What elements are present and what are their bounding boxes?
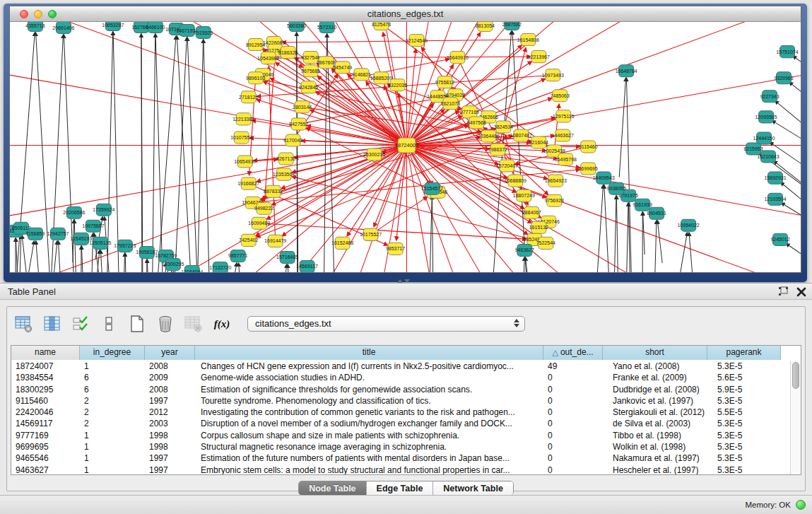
column-header-in_degree[interactable]: in_degree <box>80 346 145 360</box>
graph-node[interactable]: 8878332 <box>264 185 283 197</box>
delete-column-icon[interactable] <box>155 314 175 334</box>
table-cell[interactable]: 5.3E-5 <box>707 361 781 372</box>
graph-node[interactable]: 12975115 <box>553 110 575 122</box>
graph-node[interactable]: 8454749 <box>333 62 352 74</box>
graph-node[interactable]: 9777169 <box>460 106 479 118</box>
function-builder-icon[interactable]: f(x) <box>212 314 232 334</box>
graph-node[interactable]: 9245012 <box>770 233 789 245</box>
table-cell[interactable]: Embryonic stem cells: a model to study s… <box>195 465 543 475</box>
table-cell[interactable]: 0 <box>543 384 603 395</box>
table-cell[interactable]: 5.3E-5 <box>707 465 781 475</box>
graph-node[interactable]: 8186328 <box>278 47 298 59</box>
graph-node[interactable]: 12213967 <box>528 51 550 63</box>
graph-node[interactable]: 4355718 <box>25 22 45 32</box>
table-cell[interactable]: 0 <box>543 452 603 464</box>
table-row[interactable]: 946362711997Embryonic stem cells: a mode… <box>11 465 790 475</box>
table-cell[interactable]: 9777169 <box>11 430 80 441</box>
table-row[interactable]: 1830029562008Estimation of significance … <box>11 384 790 395</box>
show-columns-icon[interactable] <box>42 314 62 334</box>
graph-node[interactable]: 2884067 <box>522 206 541 218</box>
graph-node[interactable]: 10973493 <box>542 69 564 81</box>
table-row[interactable]: 977716911998Corpus callosum shape and si… <box>11 430 790 441</box>
network-canvas[interactable]: 8912954142260839127508818632810543982932… <box>10 22 801 272</box>
table-cell[interactable]: 1998 <box>145 441 195 452</box>
graph-node[interactable]: 12103504 <box>764 193 786 205</box>
table-cell[interactable]: 2 <box>80 395 145 407</box>
table-cell[interactable]: Corpus callosum shape and size in male p… <box>195 430 543 441</box>
table-cell[interactable]: Structural magnetic resonance image aver… <box>195 441 543 452</box>
row-check-icon[interactable] <box>71 314 90 334</box>
table-cell[interactable]: 2 <box>80 418 145 429</box>
graph-node[interactable]: 9329966 <box>774 72 793 84</box>
table-cell[interactable]: 1 <box>80 441 145 452</box>
table-cell[interactable]: Genome-wide association studies in ADHD. <box>195 372 543 383</box>
table-selector-dropdown[interactable]: citations_edges.txt <box>247 316 525 332</box>
graph-node[interactable]: 8322035 <box>388 79 407 91</box>
table-cell[interactable]: de Silva et al. (2003) <box>603 418 707 429</box>
column-header-title[interactable]: title <box>195 346 543 360</box>
table-cell[interactable]: 5.6E-5 <box>707 372 781 383</box>
window-titlebar[interactable]: citations_edges.txt <box>10 6 801 22</box>
graph-node[interactable]: 10975887 <box>82 220 104 232</box>
table-cell[interactable]: 2012 <box>145 407 195 418</box>
graph-node[interactable]: 2718126 <box>239 91 258 103</box>
table-cell[interactable]: 49 <box>543 361 603 372</box>
graph-node[interactable]: 9498222 <box>254 202 273 214</box>
graph-node[interactable]: 9756928 <box>545 194 564 206</box>
table-cell[interactable]: 0 <box>543 372 603 383</box>
graph-node[interactable]: 8267130 <box>276 153 295 165</box>
table-cell[interactable]: Nakamura et al. (1997) <box>603 452 707 464</box>
graph-node[interactable]: 7515525 <box>194 27 213 39</box>
graph-node[interactable]: 7522544 <box>536 237 555 249</box>
table-cell[interactable]: Disruption of a novel member of a sodium… <box>195 418 543 429</box>
table-cell[interactable]: 9115460 <box>11 395 80 407</box>
graph-node[interactable]: 7485063 <box>551 90 570 102</box>
graph-node[interactable]: 12093585 <box>755 111 777 123</box>
table-cell[interactable]: 5.3E-5 <box>707 418 781 429</box>
graph-node[interactable]: 9699695 <box>579 163 598 175</box>
graph-node[interactable]: 9242845 <box>299 81 318 93</box>
graph-node[interactable]: 9463627 <box>515 244 534 256</box>
table-cell[interactable]: 0 <box>543 465 603 475</box>
tab-node-table[interactable]: Node Table <box>299 481 366 495</box>
table-cell[interactable]: Franke et al. (2009) <box>603 372 707 383</box>
table-vertical-scrollbar[interactable] <box>790 361 801 474</box>
table-cell[interactable]: 0 <box>543 395 603 407</box>
graph-node[interactable]: 19166827 <box>237 177 259 189</box>
graph-node[interactable]: 6497568 <box>467 117 486 129</box>
table-cell[interactable]: 0 <box>543 430 603 441</box>
table-cell[interactable]: 2008 <box>145 384 195 395</box>
table-cell[interactable]: Wolkin et al. (1998) <box>603 441 707 452</box>
table-cell[interactable]: 19384554 <box>11 372 80 383</box>
table-cell[interactable]: 9463627 <box>11 465 80 475</box>
table-cell[interactable]: 5.3E-5 <box>707 395 781 407</box>
table-cell[interactable]: Yano et al. (2008) <box>603 361 707 372</box>
graph-node[interactable]: 1156859 <box>26 228 45 240</box>
graph-node[interactable]: 1615132 <box>529 221 548 233</box>
table-cell[interactable]: Estimation of the future numbers of pati… <box>195 452 543 464</box>
graph-node[interactable]: 9675685 <box>301 65 320 77</box>
table-cell[interactable]: 2 <box>80 407 145 418</box>
table-cell[interactable]: 22420046 <box>11 407 80 418</box>
graph-node[interactable]: 16409543 <box>593 172 615 184</box>
graph-node[interactable]: 5572310 <box>317 22 336 33</box>
tab-network-table[interactable]: Network Table <box>433 481 513 495</box>
graph-node[interactable]: 10654930 <box>234 156 256 168</box>
graph-node[interactable]: 15751074 <box>776 46 798 58</box>
graph-node[interactable]: 16648784 <box>616 65 637 77</box>
table-cell[interactable]: Hescheler et al. (1997) <box>603 465 707 475</box>
table-cell[interactable]: 5.3E-5 <box>707 441 781 452</box>
table-cell[interactable]: Jankovic et al. (1997) <box>603 395 707 407</box>
graph-node[interactable]: 18724007 <box>395 138 418 153</box>
column-header-year[interactable]: year <box>145 346 195 360</box>
scrollbar-thumb[interactable] <box>792 362 799 389</box>
table-cell[interactable]: 1 <box>80 430 145 441</box>
table-cell[interactable]: 2008 <box>145 361 195 372</box>
graph-node[interactable]: 7425402 <box>239 234 258 246</box>
table-cell[interactable]: 2009 <box>145 372 195 383</box>
table-cell[interactable]: Tourette syndrome. Phenomenology and cla… <box>195 395 543 407</box>
table-cell[interactable]: 1 <box>80 465 145 475</box>
table-cell[interactable]: 0 <box>543 418 603 429</box>
table-cell[interactable]: 1997 <box>145 452 195 464</box>
table-cell[interactable]: 9699695 <box>11 441 80 452</box>
